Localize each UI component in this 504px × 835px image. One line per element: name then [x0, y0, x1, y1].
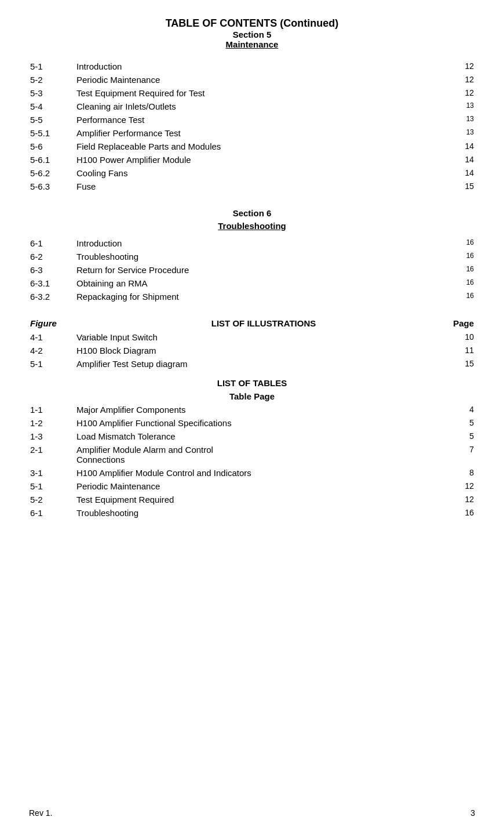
section6-subheading-row: Troubleshooting: [29, 219, 475, 237]
table-row: 5-4 Cleaning air Inlets/Outlets 13: [29, 100, 475, 113]
tables-section: LIST OF TABLES Table Page 1-1 Major Ampl…: [29, 376, 475, 520]
table-row: 3-1 H100 Amplifier Module Control and In…: [29, 466, 475, 480]
row-page: 16: [452, 290, 475, 303]
section6-heading-row: Section 6: [29, 199, 475, 219]
row-num: 5-2: [29, 493, 75, 506]
row-num: 5-6.1: [29, 153, 75, 166]
section-label: Section 5: [29, 30, 475, 39]
row-desc: Load Mismatch Tolerance: [75, 430, 452, 443]
table-row: 6-3.2 Repackaging for Shipment 16: [29, 290, 475, 303]
row-page: 16: [452, 237, 475, 250]
table-row: 4-2 H100 Block Diagram 11: [29, 344, 475, 357]
row-desc: Test Equipment Required: [75, 493, 452, 506]
row-num: 5-6: [29, 140, 75, 153]
row-page: 13: [452, 126, 475, 140]
section-name: Maintenance: [29, 39, 475, 49]
row-page: 16: [452, 506, 475, 520]
row-num: 5-2: [29, 73, 75, 86]
row-desc: Variable Input Switch: [75, 331, 452, 344]
row-num: 1-3: [29, 430, 75, 443]
table-row: 5-6.3 Fuse 15: [29, 180, 475, 193]
table-row: 5-1 Amplifier Test Setup diagram 15: [29, 357, 475, 371]
row-page: 12: [452, 73, 475, 86]
row-desc: Field Replaceable Parts and Modules: [75, 140, 452, 153]
table-row: 5-2 Periodic Maintenance 12: [29, 73, 475, 86]
figure-col-header: Figure: [29, 309, 75, 331]
row-num: 1-2: [29, 416, 75, 430]
list-of-tables-subheading: Table Page: [29, 390, 475, 403]
table-row: 5-6.2 Cooling Fans 14: [29, 166, 475, 180]
row-page: 12: [452, 86, 475, 100]
row-num: 1-1: [29, 403, 75, 416]
row-desc: H100 Block Diagram: [75, 344, 452, 357]
row-num: 5-3: [29, 86, 75, 100]
row-num: 5-6.3: [29, 180, 75, 193]
table-row: 5-1 Introduction 12: [29, 60, 475, 73]
row-page: 5: [452, 416, 475, 430]
row-num: 5-6.2: [29, 166, 75, 180]
section6-heading: Section 6: [29, 199, 475, 219]
illustrations-col-header: LIST OF ILLUSTRATIONS: [75, 309, 452, 331]
row-num: 6-3: [29, 263, 75, 277]
table-row: 6-3.1 Obtaining an RMA 16: [29, 277, 475, 290]
row-desc: Troubleshooting: [75, 506, 452, 520]
illustrations-heading-row: Figure LIST OF ILLUSTRATIONS Page: [29, 309, 475, 331]
table-row: 6-3 Return for Service Procedure 16: [29, 263, 475, 277]
row-desc: Amplifier Performance Test: [75, 126, 452, 140]
row-page: 13: [452, 100, 475, 113]
row-desc: Troubleshooting: [75, 250, 452, 263]
row-page: 13: [452, 113, 475, 126]
row-num: 6-3.2: [29, 290, 75, 303]
row-desc: Introduction: [75, 60, 452, 73]
row-desc: H100 Power Amplifier Module: [75, 153, 452, 166]
row-desc: Cleaning air Inlets/Outlets: [75, 100, 452, 113]
page-col-header: Page: [452, 309, 475, 331]
row-num: 6-3.1: [29, 277, 75, 290]
row-desc: Performance Test: [75, 113, 452, 126]
row-page: 14: [452, 166, 475, 180]
row-num: 5-5: [29, 113, 75, 126]
row-desc: Periodic Maintenance: [75, 480, 452, 493]
page-header: TABLE OF CONTENTS (Continued) Section 5 …: [29, 17, 475, 49]
table-row: 2-1 Amplifier Module Alarm and ControlCo…: [29, 443, 475, 466]
table-row: 1-2 H100 Amplifier Functional Specificat…: [29, 416, 475, 430]
row-page: 16: [452, 250, 475, 263]
row-page: 15: [452, 357, 475, 371]
row-desc: H100 Amplifier Functional Specifications: [75, 416, 452, 430]
rev-label: Rev 1.: [29, 808, 52, 818]
row-num: 2-1: [29, 443, 75, 466]
list-of-tables-heading-row: LIST OF TABLES: [29, 376, 475, 390]
table-row: 5-3 Test Equipment Required for Test 12: [29, 86, 475, 100]
row-num: 5-4: [29, 100, 75, 113]
list-of-tables-subheading-row: Table Page: [29, 390, 475, 403]
table-row: 5-5 Performance Test 13: [29, 113, 475, 126]
row-page: 15: [452, 180, 475, 193]
illustrations-table: Figure LIST OF ILLUSTRATIONS Page 4-1 Va…: [29, 309, 475, 371]
row-page: 11: [452, 344, 475, 357]
page-number: 3: [470, 808, 475, 818]
row-desc: Obtaining an RMA: [75, 277, 452, 290]
row-num: 4-2: [29, 344, 75, 357]
main-title: TABLE OF CONTENTS (Continued): [29, 17, 475, 30]
row-page: 12: [452, 493, 475, 506]
row-page: 8: [452, 466, 475, 480]
row-desc: Repackaging for Shipment: [75, 290, 452, 303]
section6-table: Section 6 Troubleshooting 6-1 Introducti…: [29, 199, 475, 303]
row-desc: Periodic Maintenance: [75, 73, 452, 86]
table-row: 5-1 Periodic Maintenance 12: [29, 480, 475, 493]
list-of-tables-heading: LIST OF TABLES: [29, 376, 475, 390]
row-page: 14: [452, 140, 475, 153]
row-page: 10: [452, 331, 475, 344]
row-num: 4-1: [29, 331, 75, 344]
row-desc: Fuse: [75, 180, 452, 193]
row-page: 14: [452, 153, 475, 166]
row-num: 5-5.1: [29, 126, 75, 140]
row-desc: Test Equipment Required for Test: [75, 86, 452, 100]
row-num: 6-1: [29, 237, 75, 250]
table-row: 4-1 Variable Input Switch 10: [29, 331, 475, 344]
table-row: 6-1 Troubleshooting 16: [29, 506, 475, 520]
row-num: 5-1: [29, 480, 75, 493]
table-row: 5-6 Field Replaceable Parts and Modules …: [29, 140, 475, 153]
table-row: 5-2 Test Equipment Required 12: [29, 493, 475, 506]
row-page: 12: [452, 60, 475, 73]
